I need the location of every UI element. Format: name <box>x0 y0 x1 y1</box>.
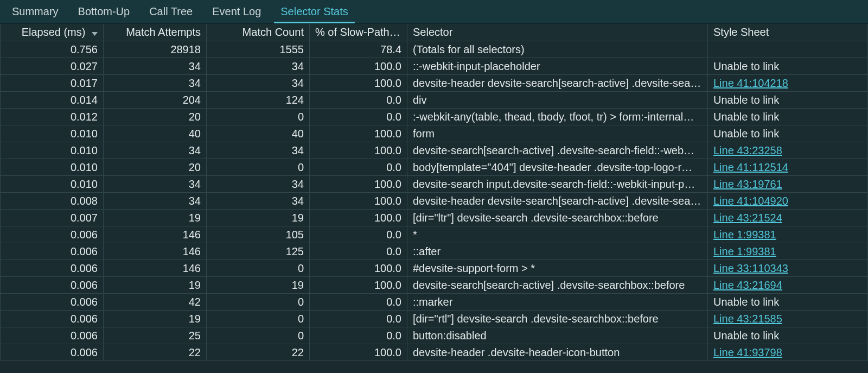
tab-summary[interactable]: Summary <box>2 0 68 23</box>
table-row[interactable]: 0.0061461050.0*Line 1:99381 <box>1 226 868 243</box>
table-row[interactable]: 0.0103434100.0devsite-search[search-acti… <box>1 142 868 159</box>
table-row[interactable]: 0.0064200.0::markerUnable to link <box>1 293 868 310</box>
cell-text: 0.007 <box>71 212 98 224</box>
table-row[interactable]: 0.75628918155578.4(Totals for all select… <box>1 41 868 58</box>
cell-slow: 100.0 <box>310 260 407 276</box>
cell-elapsed: 0.006 <box>1 310 104 327</box>
table-row[interactable]: 0.0061460100.0#devsite-support-form > *L… <box>1 260 868 276</box>
stylesheet-link[interactable]: Line 33:110343 <box>713 262 788 274</box>
cell-sheet[interactable]: Line 41:104218 <box>708 74 868 91</box>
column-header-attempts[interactable]: Match Attempts <box>104 24 207 41</box>
column-header-label: Match Count <box>242 26 304 38</box>
cell-text: 34 <box>189 195 201 207</box>
table-row[interactable]: 0.0173434100.0devsite-header devsite-sea… <box>1 74 868 91</box>
cell-text: 0.012 <box>71 111 98 123</box>
cell-elapsed: 0.010 <box>1 159 104 175</box>
stylesheet-link[interactable]: Line 41:104920 <box>713 195 788 207</box>
column-header-label: Style Sheet <box>713 26 769 38</box>
cell-slow: 0.0 <box>310 226 407 243</box>
cell-sheet[interactable]: Line 43:23258 <box>708 142 868 159</box>
stylesheet-link[interactable]: Line 43:23258 <box>713 144 782 156</box>
cell-text: 0 <box>298 330 304 342</box>
cell-attempts: 204 <box>104 91 207 108</box>
table-row[interactable]: 0.0061919100.0devsite-search[search-acti… <box>1 276 868 293</box>
cell-sheet[interactable]: Line 43:21524 <box>708 209 868 226</box>
cell-sheet[interactable]: Line 1:99381 <box>708 243 868 260</box>
stylesheet-link[interactable]: Line 43:21585 <box>713 313 782 325</box>
table-row[interactable]: 0.0083434100.0devsite-header devsite-sea… <box>1 192 868 209</box>
cell-text: 100.0 <box>374 195 401 207</box>
table-row[interactable]: 0.0122000.0:-webkit-any(table, thead, tb… <box>1 108 868 125</box>
cell-text: 0 <box>298 296 304 308</box>
cell-selector: form <box>407 125 708 142</box>
cell-text: 0.010 <box>71 178 98 190</box>
cell-sheet[interactable]: Line 43:19761 <box>708 175 868 192</box>
cell-attempts: 19 <box>104 310 207 327</box>
cell-elapsed: 0.010 <box>1 142 104 159</box>
column-header-selector[interactable]: Selector <box>407 24 708 41</box>
stylesheet-link[interactable]: Line 41:93798 <box>713 346 782 358</box>
cell-text: 0.010 <box>71 161 98 173</box>
devtools-tabstrip: SummaryBottom-UpCall TreeEvent LogSelect… <box>0 0 868 24</box>
cell-text: 0.006 <box>71 262 98 274</box>
stylesheet-link[interactable]: Line 41:104218 <box>713 77 788 89</box>
column-header-count[interactable]: Match Count <box>207 24 310 41</box>
cell-count: 19 <box>207 209 310 226</box>
tab-call-tree[interactable]: Call Tree <box>139 0 202 23</box>
cell-sheet[interactable]: Line 41:93798 <box>708 344 868 361</box>
stylesheet-link[interactable]: Line 43:21694 <box>713 279 782 291</box>
table-row[interactable]: 0.0062500.0button:disabledUnable to link <box>1 327 868 344</box>
cell-text: 0.0 <box>386 229 401 241</box>
cell-selector: div <box>407 91 708 108</box>
tab-selector-stats[interactable]: Selector Stats <box>271 0 358 23</box>
table-row[interactable]: 0.0103434100.0devsite-search input.devsi… <box>1 175 868 192</box>
cell-slow: 100.0 <box>310 209 407 226</box>
table-row[interactable]: 0.0104040100.0formUnable to link <box>1 125 868 142</box>
cell-text: 100.0 <box>374 212 401 224</box>
table-row[interactable]: 0.0071919100.0[dir="ltr"] devsite-search… <box>1 209 868 226</box>
tab-label: Event Log <box>212 5 261 18</box>
stylesheet-link[interactable]: Line 1:99381 <box>713 229 776 241</box>
stylesheet-link[interactable]: Line 43:19761 <box>713 178 782 190</box>
cell-sheet[interactable]: Line 43:21694 <box>708 276 868 293</box>
cell-selector: [dir="rtl"] devsite-search .devsite-sear… <box>407 310 708 327</box>
cell-sheet[interactable]: Line 41:104920 <box>708 192 868 209</box>
table-row[interactable]: 0.0273434100.0::-webkit-input-placeholde… <box>1 58 868 74</box>
cell-text: 19 <box>189 212 201 224</box>
table-row[interactable]: 0.0062222100.0devsite-header .devsite-he… <box>1 344 868 361</box>
table-row[interactable]: 0.0061900.0[dir="rtl"] devsite-search .d… <box>1 310 868 327</box>
table-row[interactable]: 0.0102000.0body[template="404"] devsite-… <box>1 159 868 175</box>
cell-text: 0.017 <box>71 77 98 89</box>
cell-attempts: 34 <box>104 192 207 209</box>
column-header-slow[interactable]: % of Slow-Path N… <box>310 24 407 41</box>
table-row[interactable]: 0.0142041240.0divUnable to link <box>1 91 868 108</box>
cell-elapsed: 0.006 <box>1 293 104 310</box>
cell-text: 100.0 <box>374 60 401 72</box>
cell-elapsed: 0.012 <box>1 108 104 125</box>
cell-text: 0.006 <box>71 245 98 257</box>
cell-sheet[interactable]: Line 43:21585 <box>708 310 868 327</box>
cell-text: 100.0 <box>374 128 401 140</box>
cell-slow: 100.0 <box>310 142 407 159</box>
cell-text: 0.008 <box>71 195 98 207</box>
cell-text: Unable to link <box>713 128 779 140</box>
stylesheet-link[interactable]: Line 43:21524 <box>713 212 782 224</box>
cell-sheet[interactable]: Line 1:99381 <box>708 226 868 243</box>
cell-text: 19 <box>292 279 304 291</box>
cell-sheet[interactable]: Line 33:110343 <box>708 260 868 276</box>
cell-slow: 0.0 <box>310 310 407 327</box>
table-row[interactable]: 0.0061461250.0::afterLine 1:99381 <box>1 243 868 260</box>
column-header-sheet[interactable]: Style Sheet <box>708 24 868 41</box>
tab-bottom-up[interactable]: Bottom-Up <box>68 0 140 23</box>
cell-text: 146 <box>183 245 201 257</box>
cell-attempts: 22 <box>104 344 207 361</box>
cell-text: 19 <box>189 313 201 325</box>
stylesheet-link[interactable]: Line 1:99381 <box>713 245 776 257</box>
column-header-elapsed[interactable]: Elapsed (ms) <box>1 24 104 41</box>
tab-event-log[interactable]: Event Log <box>202 0 271 23</box>
cell-text: devsite-search input.devsite-search-fiel… <box>413 178 695 190</box>
cell-sheet[interactable]: Line 41:112514 <box>708 159 868 175</box>
stylesheet-link[interactable]: Line 41:112514 <box>713 161 788 173</box>
cell-count: 34 <box>207 58 310 74</box>
cell-slow: 0.0 <box>310 293 407 310</box>
